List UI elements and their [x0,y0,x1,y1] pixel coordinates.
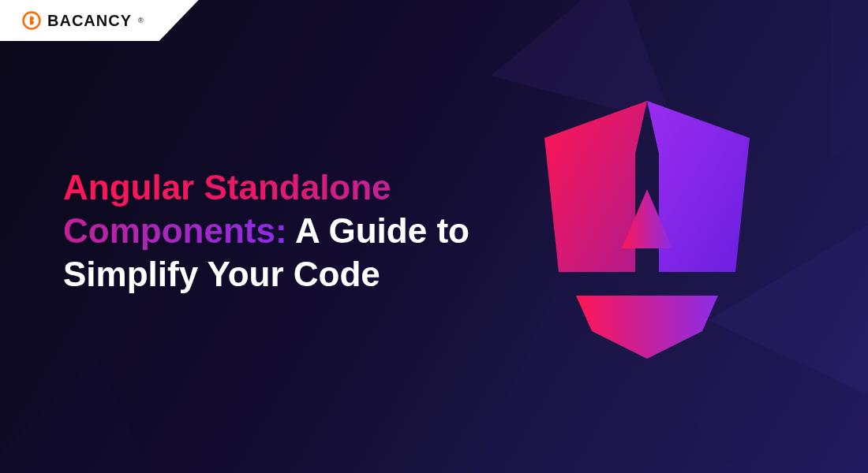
brand-name: BACANCY [47,12,132,30]
page-title: Angular Standalone Components: A Guide t… [63,166,473,296]
bacancy-logo-icon [22,11,41,30]
angular-logo-icon [521,95,773,363]
brand-registered-mark: ® [138,17,144,24]
bg-triangle [0,332,237,473]
svg-marker-4 [576,296,718,359]
brand-logo-tab: BACANCY ® [0,0,199,41]
